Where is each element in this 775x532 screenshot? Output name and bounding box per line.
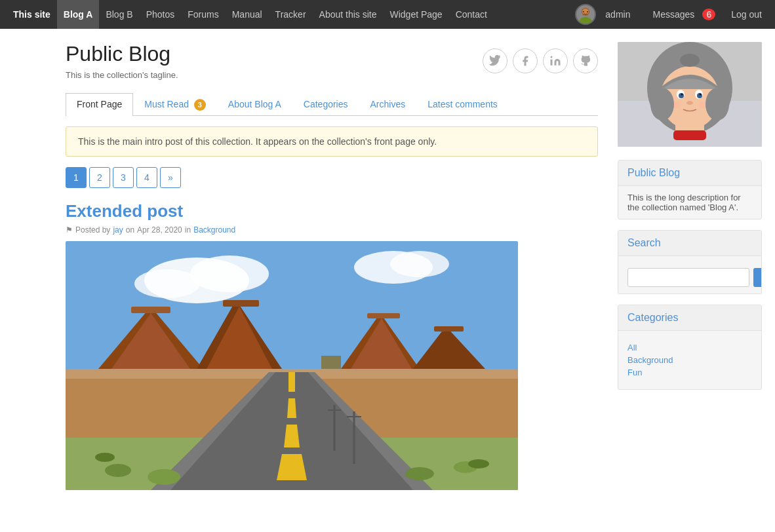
sidebar-blog-description: This is the long description for the col…: [618, 186, 761, 219]
blog-header: Public Blog This is the collection's tag…: [66, 42, 598, 80]
category-background: Background: [627, 355, 752, 365]
user-area: admin Messages 6 Log out: [575, 0, 768, 29]
search-box: Search: [627, 268, 752, 287]
svg-point-3: [583, 11, 584, 12]
sidebar-categories-title: Categories: [618, 305, 761, 331]
post-image: [66, 241, 518, 490]
logout-link[interactable]: Log out: [725, 0, 768, 29]
admin-username[interactable]: admin: [599, 0, 637, 29]
blog-title: Public Blog: [66, 42, 178, 66]
posted-by-label: Posted by: [75, 225, 110, 235]
page-2-btn[interactable]: 2: [89, 167, 110, 188]
messages-link[interactable]: Messages 6: [639, 0, 722, 29]
page-4-btn[interactable]: 4: [136, 167, 157, 188]
sidebar-search-title: Search: [618, 231, 761, 256]
svg-rect-30: [223, 300, 259, 307]
nav-about-this-site[interactable]: About this site: [313, 0, 384, 29]
in-label: in: [185, 225, 191, 235]
search-button[interactable]: Search: [753, 268, 762, 287]
nav-forums[interactable]: Forums: [181, 0, 225, 29]
facebook-icon[interactable]: [513, 48, 538, 73]
post-author-link[interactable]: jay: [113, 225, 123, 235]
svg-point-8: [190, 256, 269, 292]
svg-rect-29: [131, 307, 170, 313]
github-icon[interactable]: [573, 48, 598, 73]
svg-point-54: [700, 94, 702, 96]
svg-point-37: [95, 453, 115, 462]
svg-point-55: [686, 101, 693, 105]
must-read-badge: 3: [194, 99, 206, 111]
search-input[interactable]: [627, 268, 749, 287]
svg-point-62: [680, 54, 700, 67]
svg-rect-59: [673, 130, 706, 140]
tabs: Front Page Must Read 3 About Blog A Cate…: [66, 93, 598, 116]
svg-marker-16: [288, 372, 295, 392]
messages-label: Messages: [646, 0, 701, 29]
linkedin-icon[interactable]: [543, 48, 568, 73]
nav-photos[interactable]: Photos: [140, 0, 182, 29]
sidebar-search-section: Search Search: [618, 230, 762, 294]
on-label: on: [126, 225, 134, 235]
main-content: Public Blog This is the collection's tag…: [66, 42, 598, 490]
post: Extended post ⚑ Posted by jay on Apr 28,…: [66, 201, 598, 490]
svg-point-9: [134, 269, 200, 298]
nav-tracker[interactable]: Tracker: [269, 0, 313, 29]
this-site-link[interactable]: This site: [7, 0, 57, 29]
svg-marker-17: [287, 398, 296, 418]
tab-front-page[interactable]: Front Page: [66, 93, 133, 116]
category-fun: Fun: [627, 368, 752, 377]
post-meta: ⚑ Posted by jay on Apr 28, 2020 in Backg…: [66, 225, 598, 235]
svg-point-1: [579, 17, 592, 24]
social-icons: [483, 48, 598, 73]
nav-blog-a[interactable]: Blog A: [57, 0, 100, 29]
svg-point-38: [468, 459, 489, 468]
sidebar-categories-body: All Background Fun: [618, 331, 761, 389]
blog-tagline: This is the collection's tagline.: [66, 70, 178, 80]
svg-point-4: [587, 11, 588, 12]
page-3-btn[interactable]: 3: [113, 167, 134, 188]
sidebar-profile-photo: [618, 42, 762, 147]
svg-point-60: [650, 88, 674, 121]
page-next-btn[interactable]: »: [160, 167, 181, 188]
blog-header-left: Public Blog This is the collection's tag…: [66, 42, 178, 80]
tab-latest-comments[interactable]: Latest comments: [416, 93, 509, 116]
nav-manual[interactable]: Manual: [226, 0, 269, 29]
sidebar-categories-section: Categories All Background Fun: [618, 305, 762, 390]
svg-marker-19: [277, 454, 307, 480]
messages-badge-count: 6: [702, 9, 715, 20]
post-date: Apr 28, 2020: [137, 225, 182, 235]
flag-icon: ⚑: [66, 225, 73, 235]
pagination: 1 2 3 4 »: [66, 167, 598, 188]
intro-box: This is the main intro post of this coll…: [66, 126, 598, 157]
tab-categories[interactable]: Categories: [292, 93, 359, 116]
nav-blog-b[interactable]: Blog B: [99, 0, 139, 29]
page-1-btn[interactable]: 1: [66, 167, 87, 188]
category-all: All: [627, 343, 752, 352]
tab-archives[interactable]: Archives: [359, 93, 417, 116]
top-nav: This site Blog A Blog B Photos Forums Ma…: [0, 0, 775, 29]
tab-must-read[interactable]: Must Read 3: [133, 93, 217, 116]
post-category-link[interactable]: Background: [193, 225, 235, 235]
twitter-icon[interactable]: [483, 48, 507, 73]
sidebar: Public Blog This is the long description…: [618, 42, 762, 490]
svg-point-61: [705, 88, 729, 121]
sidebar-blog-title: Public Blog: [618, 161, 761, 186]
svg-point-11: [390, 251, 449, 277]
svg-point-53: [681, 94, 683, 96]
categories-list: All Background Fun: [627, 337, 752, 383]
nav-contact[interactable]: Contact: [449, 0, 494, 29]
tab-about-blog-a[interactable]: About Blog A: [217, 93, 292, 116]
svg-point-33: [105, 464, 131, 477]
post-title[interactable]: Extended post: [66, 201, 598, 221]
nav-widget-page[interactable]: Widget Page: [383, 0, 448, 29]
avatar[interactable]: [575, 4, 596, 25]
svg-rect-32: [434, 326, 464, 332]
page-wrapper: Public Blog This is the collection's tag…: [0, 29, 775, 503]
svg-rect-43: [321, 356, 341, 369]
svg-rect-31: [367, 313, 400, 318]
svg-point-5: [551, 56, 553, 58]
intro-text: This is the main intro post of this coll…: [78, 136, 437, 147]
svg-marker-18: [284, 425, 300, 447]
svg-point-35: [405, 467, 434, 480]
sidebar-search-body: Search: [618, 256, 761, 294]
